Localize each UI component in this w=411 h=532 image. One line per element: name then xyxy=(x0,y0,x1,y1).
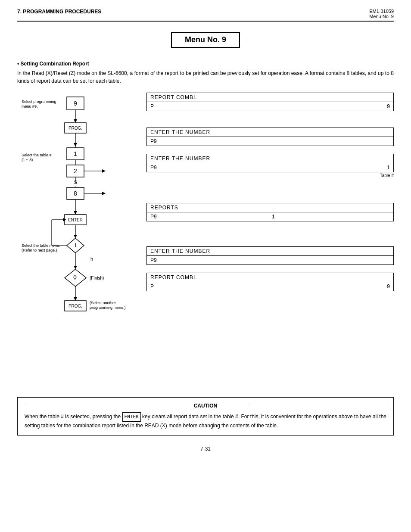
display-report-combi-2: REPORT COMBI. P 9 xyxy=(146,273,394,291)
svg-text:(Select another: (Select another xyxy=(90,301,116,305)
caution-text: When the table # is selected, pressing t… xyxy=(25,412,386,430)
svg-text:(Finish): (Finish) xyxy=(90,276,104,280)
svg-marker-27 xyxy=(74,235,77,238)
page-description: In the Read (X)/Reset (Z) mode on the SL… xyxy=(17,69,394,85)
display-1-bottom: P 9 xyxy=(147,102,393,111)
page-number: 7-31 xyxy=(17,446,394,452)
display-3-bottom: P9 1 xyxy=(147,163,393,172)
label-select-menu: Select programming xyxy=(22,100,56,104)
display-enter-number-2: ENTER THE NUMBER P9 1 Table # xyxy=(146,154,394,178)
svg-text:PROG.: PROG. xyxy=(68,126,82,131)
display-6-top: REPORT COMBI. xyxy=(147,273,393,282)
svg-text:(Refer to next page.): (Refer to next page.) xyxy=(22,248,57,252)
display-panels: REPORT COMBI. P 9 ENTER THE NUMBER P9 EN… xyxy=(146,93,394,387)
svg-text:ENTER: ENTER xyxy=(68,218,83,222)
doc-number: EM1-31059 Menu No. 9 xyxy=(369,9,394,19)
section-subtitle: • Setting Combination Report xyxy=(17,61,394,67)
svg-text:9: 9 xyxy=(74,100,77,107)
svg-text:1: 1 xyxy=(74,243,77,249)
menu-title-row: Menu No. 9 xyxy=(17,23,394,55)
svg-marker-38 xyxy=(74,266,77,269)
section-title: 7. PROGRAMMING PROCEDURES xyxy=(17,9,101,15)
svg-text:h: h xyxy=(90,256,93,261)
display-2-top: ENTER THE NUMBER xyxy=(147,128,393,137)
display-report-combi-1: REPORT COMBI. P 9 xyxy=(146,93,394,111)
display-4-bottom: P9 1 xyxy=(147,212,393,221)
flowchart: Select programming menu #9. 9 PROG. Sele… xyxy=(17,93,138,387)
svg-marker-21 xyxy=(102,192,106,195)
svg-text:Select the table #.: Select the table #. xyxy=(22,153,53,157)
caution-title: CAUTION xyxy=(25,403,386,409)
display-2-bottom: P9 xyxy=(147,137,393,146)
svg-marker-4 xyxy=(74,119,77,123)
svg-text:1: 1 xyxy=(74,150,77,157)
display-3-top: ENTER THE NUMBER xyxy=(147,154,393,163)
main-content: Select programming menu #9. 9 PROG. Sele… xyxy=(17,93,394,387)
svg-marker-43 xyxy=(74,297,77,301)
display-4-top: REPORTS xyxy=(147,203,393,212)
display-6-bottom: P 9 xyxy=(147,282,393,291)
table-label: Table # xyxy=(146,173,394,178)
display-5-bottom: P9 xyxy=(147,256,393,264)
enter-key-label: ENTER xyxy=(122,412,141,422)
display-reports: REPORTS P9 1 xyxy=(146,203,394,221)
svg-text:8: 8 xyxy=(74,190,77,197)
svg-text:PROG.: PROG. xyxy=(68,304,82,308)
svg-text:menu #9.: menu #9. xyxy=(22,104,38,109)
flowchart-svg: Select programming menu #9. 9 PROG. Sele… xyxy=(17,93,138,386)
display-5-top: ENTER THE NUMBER xyxy=(147,247,393,256)
caution-box: CAUTION When the table # is selected, pr… xyxy=(17,397,394,436)
display-1-top: REPORT COMBI. xyxy=(147,93,393,102)
menu-title-box: Menu No. 9 xyxy=(171,32,240,48)
page-header: 7. PROGRAMMING PROCEDURES EM1-31059 Menu… xyxy=(17,9,394,22)
display-enter-number-1: ENTER THE NUMBER P9 xyxy=(146,128,394,146)
svg-marker-23 xyxy=(74,211,77,215)
svg-text:(1 ~ 8): (1 ~ 8) xyxy=(22,158,33,162)
svg-marker-16 xyxy=(102,169,106,173)
display-enter-number-3: ENTER THE NUMBER P9 xyxy=(146,246,394,265)
svg-text:programming menu.): programming menu.) xyxy=(90,305,126,310)
svg-text:◊: ◊ xyxy=(73,274,77,281)
svg-text:2: 2 xyxy=(74,168,77,174)
